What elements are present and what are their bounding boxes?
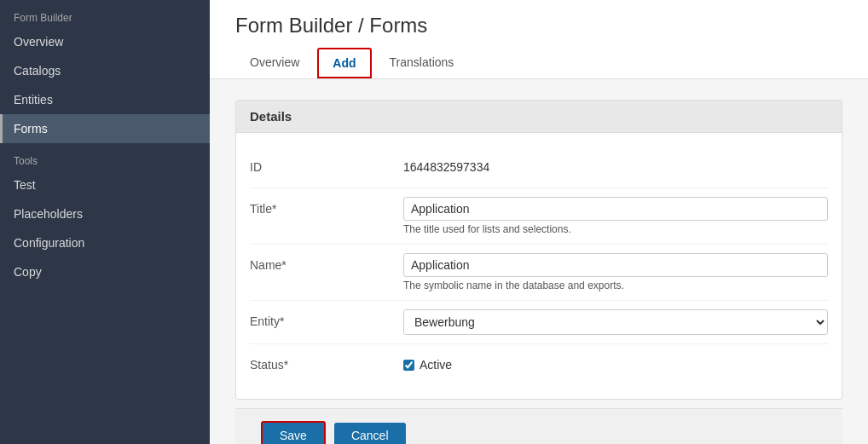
- sidebar-item-configuration[interactable]: Configuration: [0, 228, 210, 257]
- field-title-label: Title*: [250, 197, 403, 216]
- tab-add[interactable]: Add: [317, 48, 371, 78]
- page-title: Form Builder / Forms: [235, 14, 842, 37]
- name-input[interactable]: [403, 253, 828, 277]
- sidebar-item-placeholders[interactable]: Placeholders: [0, 199, 210, 228]
- sidebar-item-forms[interactable]: Forms: [0, 114, 210, 143]
- tab-bar: Overview Add Translations: [235, 48, 842, 78]
- field-title-value: The title used for lists and selections.: [403, 197, 828, 235]
- footer-bar: Save Cancel: [235, 408, 842, 444]
- title-input[interactable]: [403, 197, 828, 221]
- field-status-value: Active: [403, 353, 828, 377]
- sidebar-item-catalogs[interactable]: Catalogs: [0, 56, 210, 85]
- field-name-row: Name* The symbolic name in the database …: [250, 245, 828, 301]
- content-area: Details ID 1644832597334 Title* The titl…: [210, 79, 868, 444]
- sidebar-section-form-builder: Form Builder: [0, 0, 210, 27]
- sidebar-item-test[interactable]: Test: [0, 170, 210, 199]
- status-checkbox-label: Active: [420, 358, 452, 372]
- tab-overview[interactable]: Overview: [235, 48, 314, 78]
- status-checkbox-row: Active: [403, 353, 828, 377]
- field-id-value: 1644832597334: [403, 155, 828, 179]
- tab-translations[interactable]: Translations: [375, 48, 469, 78]
- field-status-label: Status*: [250, 353, 403, 372]
- title-hint: The title used for lists and selections.: [403, 223, 828, 235]
- sidebar: Form Builder Overview Catalogs Entities …: [0, 0, 210, 444]
- field-title-row: Title* The title used for lists and sele…: [250, 188, 828, 245]
- status-checkbox[interactable]: [403, 360, 414, 371]
- field-entity-label: Entity*: [250, 309, 403, 328]
- sidebar-item-entities[interactable]: Entities: [0, 85, 210, 114]
- sidebar-item-overview[interactable]: Overview: [0, 27, 210, 56]
- field-status-row: Status* Active: [250, 344, 828, 385]
- cancel-button[interactable]: Cancel: [334, 423, 406, 444]
- field-name-value: The symbolic name in the database and ex…: [403, 253, 828, 291]
- main-content: Form Builder / Forms Overview Add Transl…: [210, 0, 868, 444]
- details-section: Details ID 1644832597334 Title* The titl…: [235, 100, 842, 400]
- form-table: ID 1644832597334 Title* The title used f…: [236, 133, 842, 399]
- field-id-label: ID: [250, 155, 403, 174]
- page-header: Form Builder / Forms Overview Add Transl…: [210, 0, 868, 79]
- sidebar-item-copy[interactable]: Copy: [0, 257, 210, 286]
- name-hint: The symbolic name in the database and ex…: [403, 280, 828, 291]
- field-name-label: Name*: [250, 253, 403, 272]
- field-entity-value: Bewerbung: [403, 309, 828, 335]
- field-entity-row: Entity* Bewerbung: [250, 301, 828, 344]
- section-title: Details: [236, 101, 842, 133]
- entity-select[interactable]: Bewerbung: [403, 309, 828, 335]
- field-id-row: ID 1644832597334: [250, 147, 828, 188]
- id-display: 1644832597334: [403, 155, 828, 179]
- sidebar-section-tools: Tools: [0, 143, 210, 170]
- save-button[interactable]: Save: [261, 421, 326, 444]
